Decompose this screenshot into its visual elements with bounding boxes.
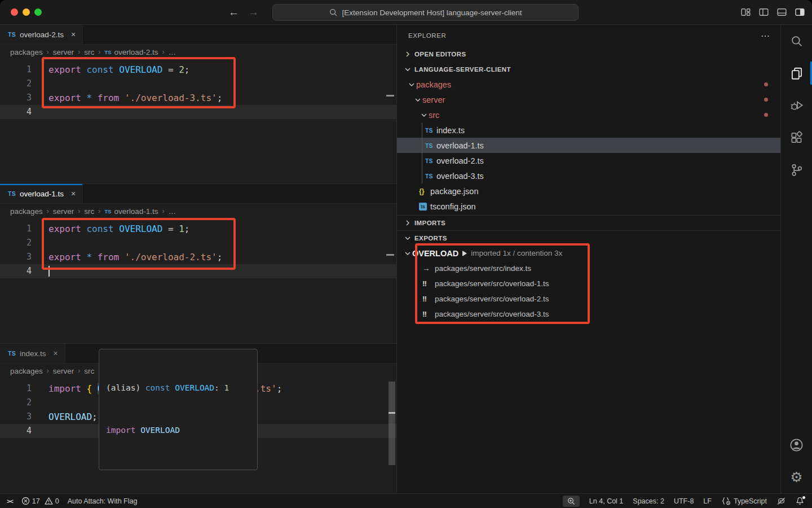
window-title: [Extension Development Host] language-se…	[342, 8, 522, 17]
breadcrumb-item[interactable]: TSoverload-2.ts	[104, 48, 158, 56]
navigate-back-button[interactable]: ←	[228, 6, 239, 19]
breadcrumb[interactable]: packages›server›src›TSoverload-1.ts›…	[0, 204, 396, 218]
more-actions-icon[interactable]: ⋯	[761, 30, 770, 41]
typescript-file-icon: TS	[8, 190, 16, 197]
breadcrumb-item[interactable]: src	[84, 367, 94, 375]
line-number: 4	[0, 105, 32, 119]
editor-area: TS overload-2.ts × packages›server›src›T…	[0, 25, 397, 493]
notifications-button[interactable]	[796, 497, 804, 505]
toggle-panel-icon[interactable]	[776, 7, 787, 17]
explorer-title: EXPLORER	[408, 32, 446, 39]
tab-bar[interactable]: TS overload-2.ts ×	[0, 25, 396, 45]
section-open-editors[interactable]: OPEN EDITORS	[397, 46, 780, 62]
overview-ruler-mark	[386, 95, 394, 97]
close-tab-icon[interactable]: ×	[71, 30, 76, 39]
zoom-in-icon	[567, 497, 575, 505]
annotation-rectangle	[42, 218, 236, 270]
breadcrumb-item[interactable]: packages	[10, 207, 43, 216]
breadcrumb-item[interactable]: src	[84, 207, 94, 216]
breadcrumb-separator-icon: ›	[98, 48, 100, 56]
breadcrumb-item[interactable]: packages	[10, 367, 43, 375]
tab-overload-2[interactable]: TS overload-2.ts ×	[0, 25, 83, 44]
command-center-search[interactable]: [Extension Development Host] language-se…	[272, 4, 579, 21]
auto-attach-status[interactable]: Auto Attach: With Flag	[68, 497, 138, 505]
tree-item-label: overload-2.ts	[436, 156, 484, 165]
breadcrumb-item[interactable]: server	[53, 367, 74, 375]
warning-icon	[45, 497, 53, 505]
breadcrumb-separator-icon: ›	[78, 48, 80, 56]
remote-indicator[interactable]: ><	[7, 498, 13, 505]
tree-item[interactable]: {}package.json	[397, 183, 780, 199]
breadcrumb-item[interactable]: server	[53, 48, 74, 56]
breadcrumb-item[interactable]: src	[84, 48, 94, 56]
minimize-window-button[interactable]	[23, 8, 30, 16]
line-number: 2	[0, 396, 32, 410]
breadcrumb-separator-icon: ›	[47, 48, 49, 56]
close-tab-icon[interactable]: ×	[54, 349, 58, 358]
vscode-window: ← → [Extension Development Host] languag…	[0, 0, 812, 508]
toggle-primary-sidebar-icon[interactable]	[758, 7, 769, 17]
tree-item[interactable]: tstsconfig.json	[397, 199, 780, 214]
zoom-status-button[interactable]	[563, 496, 580, 507]
tab-overload-1[interactable]: TS overload-1.ts ×	[0, 184, 83, 203]
breadcrumb-item[interactable]: …	[169, 48, 176, 56]
tree-item[interactable]: packages	[397, 77, 780, 92]
overview-ruler-mark	[389, 412, 395, 414]
toggle-secondary-sidebar-icon[interactable]	[795, 7, 805, 17]
navigate-forward-button[interactable]: →	[248, 6, 259, 19]
activity-search[interactable]	[781, 25, 812, 57]
breadcrumb-separator-icon: ›	[98, 207, 100, 215]
line-number: 3	[0, 250, 32, 264]
account-button[interactable]	[781, 429, 812, 461]
active-view-indicator	[810, 62, 812, 85]
copilot-disabled-icon	[776, 497, 786, 506]
typescript-file-icon: TS	[425, 173, 436, 179]
tree-item[interactable]: TSindex.ts	[397, 122, 780, 138]
tree-item-label: server	[422, 95, 445, 104]
activity-run-debug[interactable]	[781, 89, 812, 121]
customize-layout-icon[interactable]	[740, 7, 751, 17]
tab-label: overload-2.ts	[20, 30, 64, 39]
breadcrumb-item[interactable]: TSoverload-1.ts	[104, 207, 158, 216]
section-imports[interactable]: IMPORTS	[397, 215, 780, 230]
title-bar: ← → [Extension Development Host] languag…	[0, 0, 812, 25]
error-icon	[21, 497, 30, 505]
breadcrumb-item[interactable]: packages	[10, 48, 43, 56]
tooltip-import-info: import OVERLOAD	[106, 423, 250, 437]
settings-button[interactable]: ⚙	[781, 461, 812, 493]
section-workspace-root[interactable]: LANGUAGE-SERVER-CLIENT	[397, 62, 780, 77]
zoom-window-button[interactable]	[34, 8, 42, 16]
gear-icon: ⚙	[790, 470, 802, 484]
git-branch-icon	[789, 163, 804, 177]
activity-bar: ⚙	[780, 25, 812, 493]
annotation-rectangle	[42, 57, 236, 108]
copilot-status[interactable]	[776, 497, 786, 506]
search-icon	[789, 34, 804, 49]
tree-item[interactable]: TSoverload-1.ts	[397, 138, 780, 153]
editor-scrollbar[interactable]	[389, 382, 395, 465]
encoding-status[interactable]: UTF-8	[674, 497, 694, 505]
eol-status[interactable]: LF	[703, 497, 712, 505]
breadcrumb-separator-icon: ›	[47, 367, 49, 375]
tree-item[interactable]: TSoverload-2.ts	[397, 153, 780, 168]
activity-source-control[interactable]	[781, 154, 812, 186]
tab-index[interactable]: TS index.ts ×	[0, 344, 65, 363]
tree-item[interactable]: TSoverload-3.ts	[397, 168, 780, 183]
language-status[interactable]: TypeScript	[721, 497, 767, 505]
close-tab-icon[interactable]: ×	[71, 189, 76, 198]
tab-bar[interactable]: TS overload-1.ts ×	[0, 184, 396, 204]
braces-icon	[721, 497, 731, 505]
tree-item[interactable]: server	[397, 92, 780, 107]
problems-status[interactable]: 17 0	[21, 497, 59, 505]
breadcrumb-item[interactable]: …	[169, 207, 176, 216]
line-number: 4	[0, 264, 32, 278]
cursor-position-status[interactable]: Ln 4, Col 1	[589, 497, 623, 505]
tree-item-label: overload-1.ts	[436, 141, 484, 150]
breadcrumb-item[interactable]: server	[53, 207, 74, 216]
indentation-status[interactable]: Spaces: 2	[633, 497, 664, 505]
language-label: TypeScript	[734, 497, 767, 505]
activity-extensions[interactable]	[781, 121, 812, 154]
tree-item[interactable]: src	[397, 107, 780, 122]
close-window-button[interactable]	[11, 8, 18, 16]
activity-explorer[interactable]	[781, 57, 812, 89]
